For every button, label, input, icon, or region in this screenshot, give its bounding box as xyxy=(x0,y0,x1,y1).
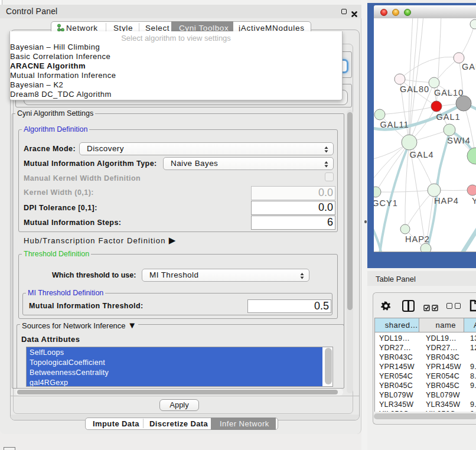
svg-text:GAL4: GAL4 xyxy=(409,150,433,159)
svg-text:GCY1: GCY1 xyxy=(374,198,398,208)
svg-text:HAP2: HAP2 xyxy=(405,234,430,244)
svg-text:SWI4: SWI4 xyxy=(447,136,470,145)
svg-text:Y: Y xyxy=(472,196,476,206)
svg-text:GAL80: GAL80 xyxy=(400,84,429,94)
svg-text:GAL: GAL xyxy=(462,62,476,71)
svg-text:GAL11: GAL11 xyxy=(380,120,409,129)
svg-text:GAL10: GAL10 xyxy=(434,88,464,97)
svg-text:GAL1: GAL1 xyxy=(436,112,460,122)
svg-text:HAP4: HAP4 xyxy=(434,196,459,206)
